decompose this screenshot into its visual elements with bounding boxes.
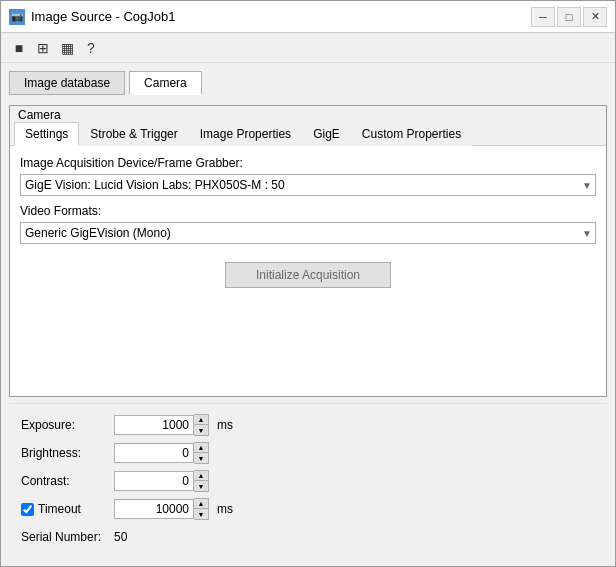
window-icon: 📷 [9, 9, 25, 25]
timeout-spin-down[interactable]: ▼ [194, 509, 208, 519]
toolbar-icon-2[interactable]: ⊞ [33, 38, 53, 58]
content-area: Image database Camera Camera Settings St… [1, 63, 615, 566]
camera-group: Camera Settings Strobe & Trigger Image P… [9, 105, 607, 397]
close-button[interactable]: ✕ [583, 7, 607, 27]
init-button-row: Initialize Acquisition [20, 262, 596, 288]
toolbar-icon-3[interactable]: ▦ [57, 38, 77, 58]
main-window: 📷 Image Source - CogJob1 ─ □ ✕ ■ ⊞ ▦ ? I… [0, 0, 616, 567]
exposure-label: Exposure: [21, 418, 106, 432]
serial-label: Serial Number: [21, 530, 106, 544]
camera-label: Camera [10, 106, 606, 122]
parameters-section: Exposure: ▲ ▼ ms Brightness: ▲ ▼ [9, 403, 607, 558]
help-icon[interactable]: ? [81, 38, 101, 58]
contrast-spin-up[interactable]: ▲ [194, 471, 208, 481]
top-buttons: Image database Camera [9, 71, 607, 95]
brightness-input[interactable] [114, 443, 194, 463]
contrast-row: Contrast: ▲ ▼ [21, 470, 595, 492]
title-controls: ─ □ ✕ [531, 7, 607, 27]
camera-button[interactable]: Camera [129, 71, 202, 95]
device-select[interactable]: GigE Vision: Lucid Vision Labs: PHX050S-… [20, 174, 596, 196]
timeout-spin-buttons: ▲ ▼ [194, 498, 209, 520]
window-title: Image Source - CogJob1 [31, 9, 176, 24]
initialize-acquisition-button[interactable]: Initialize Acquisition [225, 262, 391, 288]
device-label: Image Acquisition Device/Frame Grabber: [20, 156, 596, 170]
brightness-row: Brightness: ▲ ▼ [21, 442, 595, 464]
brightness-spin-buttons: ▲ ▼ [194, 442, 209, 464]
timeout-spinner: ▲ ▼ [114, 498, 209, 520]
device-field-group: Image Acquisition Device/Frame Grabber: … [20, 156, 596, 196]
maximize-button[interactable]: □ [557, 7, 581, 27]
timeout-row: Timeout ▲ ▼ ms [21, 498, 595, 520]
contrast-spin-buttons: ▲ ▼ [194, 470, 209, 492]
serial-row: Serial Number: 50 [21, 526, 595, 548]
timeout-checkbox-row: Timeout [21, 502, 106, 516]
brightness-spinner: ▲ ▼ [114, 442, 209, 464]
exposure-spin-down[interactable]: ▼ [194, 425, 208, 435]
exposure-spin-up[interactable]: ▲ [194, 415, 208, 425]
title-bar-left: 📷 Image Source - CogJob1 [9, 9, 176, 25]
contrast-label: Contrast: [21, 474, 106, 488]
exposure-spinner: ▲ ▼ [114, 414, 209, 436]
brightness-label: Brightness: [21, 446, 106, 460]
video-label: Video Formats: [20, 204, 596, 218]
brightness-spin-down[interactable]: ▼ [194, 453, 208, 463]
video-select-wrapper: Generic GigEVision (Mono) ▼ [20, 222, 596, 244]
timeout-unit: ms [217, 502, 233, 516]
exposure-input[interactable] [114, 415, 194, 435]
toolbar-icon-1[interactable]: ■ [9, 38, 29, 58]
tabs-row: Settings Strobe & Trigger Image Properti… [10, 122, 606, 146]
exposure-unit: ms [217, 418, 233, 432]
contrast-spinner: ▲ ▼ [114, 470, 209, 492]
toolbar: ■ ⊞ ▦ ? [1, 33, 615, 63]
tab-image-properties[interactable]: Image Properties [189, 122, 302, 146]
timeout-label: Timeout [38, 502, 81, 516]
tab-strobe[interactable]: Strobe & Trigger [79, 122, 188, 146]
tab-content-settings: Image Acquisition Device/Frame Grabber: … [10, 146, 606, 396]
title-bar: 📷 Image Source - CogJob1 ─ □ ✕ [1, 1, 615, 33]
brightness-spin-up[interactable]: ▲ [194, 443, 208, 453]
exposure-row: Exposure: ▲ ▼ ms [21, 414, 595, 436]
video-field-group: Video Formats: Generic GigEVision (Mono)… [20, 204, 596, 244]
tab-custom-properties[interactable]: Custom Properties [351, 122, 472, 146]
video-select[interactable]: Generic GigEVision (Mono) [20, 222, 596, 244]
tab-gige[interactable]: GigE [302, 122, 351, 146]
contrast-spin-down[interactable]: ▼ [194, 481, 208, 491]
minimize-button[interactable]: ─ [531, 7, 555, 27]
timeout-input[interactable] [114, 499, 194, 519]
contrast-input[interactable] [114, 471, 194, 491]
timeout-checkbox[interactable] [21, 503, 34, 516]
image-database-button[interactable]: Image database [9, 71, 125, 95]
serial-value: 50 [114, 530, 127, 544]
tab-settings[interactable]: Settings [14, 122, 79, 146]
exposure-spin-buttons: ▲ ▼ [194, 414, 209, 436]
device-select-wrapper: GigE Vision: Lucid Vision Labs: PHX050S-… [20, 174, 596, 196]
timeout-spin-up[interactable]: ▲ [194, 499, 208, 509]
